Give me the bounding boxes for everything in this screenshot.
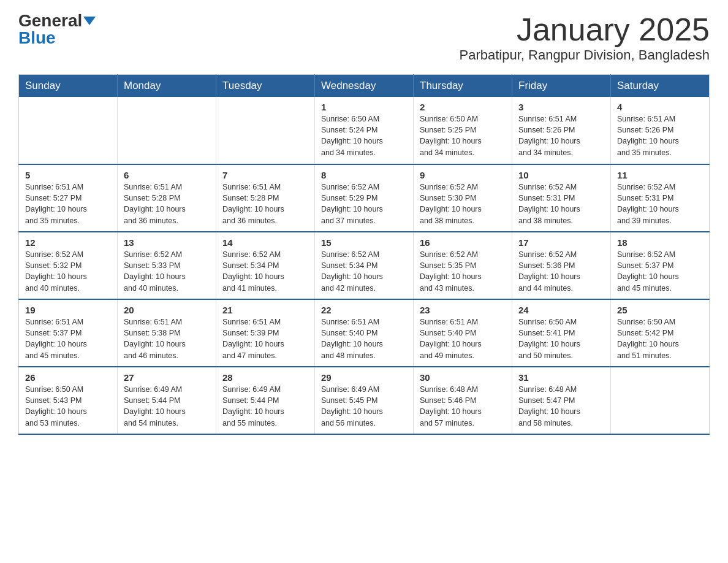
day-info: Sunrise: 6:52 AMSunset: 5:36 PMDaylight:… [518, 249, 604, 294]
day-info: Sunrise: 6:52 AMSunset: 5:29 PMDaylight:… [321, 182, 407, 226]
day-info: Sunrise: 6:48 AMSunset: 5:47 PMDaylight:… [518, 384, 604, 429]
day-number: 21 [222, 305, 308, 315]
calendar-cell: 16Sunrise: 6:52 AMSunset: 5:35 PMDayligh… [414, 232, 512, 299]
logo-triangle-icon [83, 17, 96, 25]
day-info: Sunrise: 6:52 AMSunset: 5:37 PMDaylight:… [617, 249, 703, 294]
day-number: 18 [617, 237, 703, 248]
day-info: Sunrise: 6:52 AMSunset: 5:32 PMDaylight:… [25, 249, 111, 294]
day-number: 7 [222, 170, 308, 180]
day-info: Sunrise: 6:52 AMSunset: 5:34 PMDaylight:… [222, 249, 308, 294]
location-title: Parbatipur, Rangpur Division, Bangladesh [460, 47, 710, 63]
calendar-cell: 14Sunrise: 6:52 AMSunset: 5:34 PMDayligh… [216, 232, 315, 299]
calendar-cell: 2Sunrise: 6:50 AMSunset: 5:25 PMDaylight… [414, 97, 512, 164]
calendar-cell: 13Sunrise: 6:52 AMSunset: 5:33 PMDayligh… [118, 232, 216, 299]
calendar-cell: 22Sunrise: 6:51 AMSunset: 5:40 PMDayligh… [315, 299, 414, 367]
calendar-cell: 6Sunrise: 6:51 AMSunset: 5:28 PMDaylight… [118, 164, 216, 232]
day-info: Sunrise: 6:51 AMSunset: 5:26 PMDaylight:… [617, 113, 703, 158]
day-info: Sunrise: 6:49 AMSunset: 5:45 PMDaylight:… [321, 384, 407, 429]
calendar-cell: 24Sunrise: 6:50 AMSunset: 5:41 PMDayligh… [512, 299, 611, 367]
calendar-cell: 7Sunrise: 6:51 AMSunset: 5:28 PMDaylight… [216, 164, 315, 232]
calendar-cell: 5Sunrise: 6:51 AMSunset: 5:27 PMDaylight… [19, 164, 118, 232]
day-number: 6 [124, 170, 210, 180]
day-info: Sunrise: 6:51 AMSunset: 5:26 PMDaylight:… [518, 113, 604, 158]
day-number: 29 [321, 372, 407, 383]
day-info: Sunrise: 6:52 AMSunset: 5:30 PMDaylight:… [420, 182, 506, 226]
day-number: 10 [518, 170, 604, 180]
day-number: 2 [420, 102, 506, 112]
calendar-cell [611, 367, 710, 434]
day-of-week-header-sunday: Sunday [19, 75, 118, 98]
day-info: Sunrise: 6:49 AMSunset: 5:44 PMDaylight:… [124, 384, 210, 429]
logo-blue-text: Blue [18, 29, 56, 47]
calendar-week-row: 26Sunrise: 6:50 AMSunset: 5:43 PMDayligh… [19, 367, 710, 434]
calendar-cell: 17Sunrise: 6:52 AMSunset: 5:36 PMDayligh… [512, 232, 611, 299]
day-info: Sunrise: 6:49 AMSunset: 5:44 PMDaylight:… [222, 384, 308, 429]
calendar-cell: 23Sunrise: 6:51 AMSunset: 5:40 PMDayligh… [414, 299, 512, 367]
calendar-cell: 12Sunrise: 6:52 AMSunset: 5:32 PMDayligh… [19, 232, 118, 299]
day-info: Sunrise: 6:52 AMSunset: 5:34 PMDaylight:… [321, 249, 407, 294]
calendar-cell [216, 97, 315, 164]
day-number: 8 [321, 170, 407, 180]
day-number: 9 [420, 170, 506, 180]
logo: General Blue [18, 12, 96, 47]
calendar-cell: 1Sunrise: 6:50 AMSunset: 5:24 PMDaylight… [315, 97, 414, 164]
calendar-cell: 10Sunrise: 6:52 AMSunset: 5:31 PMDayligh… [512, 164, 611, 232]
day-number: 16 [420, 237, 506, 248]
day-number: 23 [420, 305, 506, 315]
calendar-week-row: 12Sunrise: 6:52 AMSunset: 5:32 PMDayligh… [19, 232, 710, 299]
calendar-cell: 28Sunrise: 6:49 AMSunset: 5:44 PMDayligh… [216, 367, 315, 434]
calendar-cell: 26Sunrise: 6:50 AMSunset: 5:43 PMDayligh… [19, 367, 118, 434]
calendar-cell: 18Sunrise: 6:52 AMSunset: 5:37 PMDayligh… [611, 232, 710, 299]
day-of-week-header-thursday: Thursday [414, 75, 512, 98]
calendar-cell: 4Sunrise: 6:51 AMSunset: 5:26 PMDaylight… [611, 97, 710, 164]
day-info: Sunrise: 6:50 AMSunset: 5:24 PMDaylight:… [321, 113, 407, 158]
day-number: 26 [25, 372, 111, 383]
logo-general-text: General [18, 12, 82, 29]
day-number: 1 [321, 102, 407, 112]
calendar-cell [118, 97, 216, 164]
calendar-cell: 3Sunrise: 6:51 AMSunset: 5:26 PMDaylight… [512, 97, 611, 164]
day-info: Sunrise: 6:52 AMSunset: 5:35 PMDaylight:… [420, 249, 506, 294]
month-title: January 2025 [460, 12, 710, 47]
day-info: Sunrise: 6:52 AMSunset: 5:33 PMDaylight:… [124, 249, 210, 294]
day-number: 25 [617, 305, 703, 315]
day-number: 5 [25, 170, 111, 180]
day-info: Sunrise: 6:51 AMSunset: 5:40 PMDaylight:… [321, 316, 407, 361]
calendar-cell: 25Sunrise: 6:50 AMSunset: 5:42 PMDayligh… [611, 299, 710, 367]
day-of-week-header-friday: Friday [512, 75, 611, 98]
day-number: 17 [518, 237, 604, 248]
calendar-cell: 29Sunrise: 6:49 AMSunset: 5:45 PMDayligh… [315, 367, 414, 434]
calendar-table: SundayMondayTuesdayWednesdayThursdayFrid… [18, 74, 710, 435]
page-header: General Blue January 2025 Parbatipur, Ra… [18, 12, 710, 63]
calendar-cell: 11Sunrise: 6:52 AMSunset: 5:31 PMDayligh… [611, 164, 710, 232]
day-number: 27 [124, 372, 210, 383]
day-info: Sunrise: 6:51 AMSunset: 5:39 PMDaylight:… [222, 316, 308, 361]
calendar-cell: 9Sunrise: 6:52 AMSunset: 5:30 PMDaylight… [414, 164, 512, 232]
calendar-week-row: 19Sunrise: 6:51 AMSunset: 5:37 PMDayligh… [19, 299, 710, 367]
day-info: Sunrise: 6:52 AMSunset: 5:31 PMDaylight:… [518, 182, 604, 226]
calendar-week-row: 1Sunrise: 6:50 AMSunset: 5:24 PMDaylight… [19, 97, 710, 164]
day-number: 15 [321, 237, 407, 248]
day-of-week-header-tuesday: Tuesday [216, 75, 315, 98]
day-info: Sunrise: 6:50 AMSunset: 5:42 PMDaylight:… [617, 316, 703, 361]
day-info: Sunrise: 6:50 AMSunset: 5:41 PMDaylight:… [518, 316, 604, 361]
day-number: 19 [25, 305, 111, 315]
day-number: 20 [124, 305, 210, 315]
calendar-cell: 19Sunrise: 6:51 AMSunset: 5:37 PMDayligh… [19, 299, 118, 367]
day-info: Sunrise: 6:52 AMSunset: 5:31 PMDaylight:… [617, 182, 703, 226]
calendar-cell: 15Sunrise: 6:52 AMSunset: 5:34 PMDayligh… [315, 232, 414, 299]
calendar-cell: 30Sunrise: 6:48 AMSunset: 5:46 PMDayligh… [414, 367, 512, 434]
day-info: Sunrise: 6:51 AMSunset: 5:27 PMDaylight:… [25, 182, 111, 226]
day-number: 12 [25, 237, 111, 248]
day-number: 13 [124, 237, 210, 248]
day-info: Sunrise: 6:48 AMSunset: 5:46 PMDaylight:… [420, 384, 506, 429]
calendar-cell: 8Sunrise: 6:52 AMSunset: 5:29 PMDaylight… [315, 164, 414, 232]
day-number: 24 [518, 305, 604, 315]
calendar-cell [19, 97, 118, 164]
calendar-cell: 21Sunrise: 6:51 AMSunset: 5:39 PMDayligh… [216, 299, 315, 367]
day-info: Sunrise: 6:51 AMSunset: 5:28 PMDaylight:… [124, 182, 210, 226]
calendar-cell: 31Sunrise: 6:48 AMSunset: 5:47 PMDayligh… [512, 367, 611, 434]
day-number: 28 [222, 372, 308, 383]
day-number: 14 [222, 237, 308, 248]
day-number: 31 [518, 372, 604, 383]
